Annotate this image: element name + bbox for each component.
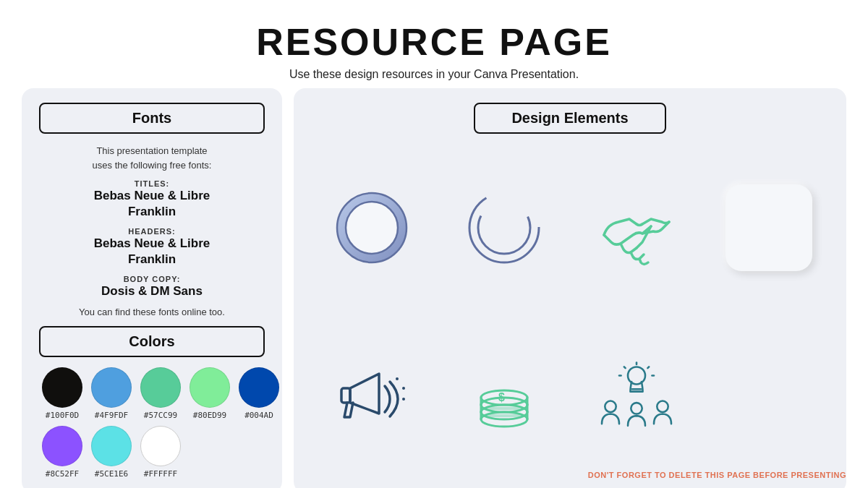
icon-cell-coins: $ [443,320,564,479]
svg-point-34 [631,403,642,414]
color-hex-mint: #80ED99 [193,411,226,420]
svg-point-4 [469,193,539,262]
icon-cell-circle-outline [443,148,564,308]
icon-cell-handshake [576,148,697,308]
page-title: RESOURCE PAGE [256,20,612,64]
fonts-description: This presentation templateuses the follo… [93,144,212,172]
svg-line-30 [624,367,625,369]
font-name-headers: Bebas Neue & LibreFranklin [94,236,210,267]
color-hex-blue: #4F9FDF [95,411,128,420]
page-header: RESOURCE PAGE Use these design resources… [256,0,612,88]
color-item-cyan: #5CE1E6 [91,426,132,479]
color-item-mint: #80ED99 [190,367,230,420]
font-name-body: Dosis & DM Sans [101,283,203,299]
svg-point-25 [628,367,645,385]
icon-cell-rounded-square [708,148,829,308]
svg-point-9 [402,398,405,401]
color-item-teal: #57CC99 [140,367,181,420]
color-hex-teal: #57CC99 [144,411,177,420]
color-swatch-purple [42,426,82,466]
icon-cell-megaphone [311,320,432,479]
coins-icon: $ [461,356,548,442]
color-swatch-blue [91,367,132,408]
color-row-1: #100F0D #4F9FDF #57CC99 #80ED99 #004AD [39,367,265,420]
megaphone-icon [328,356,415,442]
font-group-body: BODY COPY: Dosis & DM Sans [101,275,203,299]
footer-note: DON'T FORGET TO DELETE THIS PAGE BEFORE … [588,471,846,479]
color-swatch-black [42,367,82,408]
font-label-titles: TITLES: [94,179,210,188]
color-hex-navy: #004AD [244,411,273,420]
svg-point-5 [478,202,530,254]
color-item-navy: #004AD [239,367,279,420]
color-swatch-white [140,426,181,466]
color-item-black: #100F0D [42,367,82,420]
color-swatches: #100F0D #4F9FDF #57CC99 #80ED99 #004AD [39,367,265,479]
color-item-white: #FFFFFF [140,426,181,479]
font-group-titles: TITLES: Bebas Neue & LibreFranklin [94,179,210,220]
colors-label: Colors [39,326,265,357]
color-hex-white: #FFFFFF [144,469,177,479]
icon-cell-circle-blue [311,148,432,308]
color-swatch-navy [239,367,279,408]
icons-grid: $ [311,148,829,479]
color-row-2: #8C52FF #5CE1E6 #FFFFFF [39,426,265,479]
font-label-headers: HEADERS: [94,227,210,236]
fonts-label: Fonts [39,103,265,134]
font-label-body: BODY COPY: [101,275,203,283]
color-swatch-mint [190,367,230,408]
svg-point-35 [657,401,668,412]
team-lightbulb-icon [593,356,680,442]
color-item-purple: #8C52FF [42,426,82,479]
svg-text:$: $ [498,391,505,403]
circle-ring-outline-icon [461,184,548,271]
color-hex-cyan: #5CE1E6 [95,469,128,479]
font-group-headers: HEADERS: Bebas Neue & LibreFranklin [94,227,210,267]
svg-point-7 [396,377,399,380]
svg-point-33 [605,401,616,412]
color-hex-purple: #8C52FF [46,469,79,479]
handshake-icon [593,184,680,271]
icon-cell-team-lightbulb [576,320,697,479]
svg-point-8 [402,387,405,390]
font-note: You can find these fonts online too. [79,307,225,317]
color-hex-black: #100F0D [46,411,79,420]
svg-line-29 [647,367,649,369]
rounded-square-shape [726,184,812,271]
color-item-blue: #4F9FDF [91,367,132,420]
circle-ring-blue-icon [328,184,415,271]
left-panel: Fonts This presentation templateuses the… [22,88,282,488]
color-swatch-cyan [91,426,132,466]
right-panel: Design Elements [294,88,846,488]
color-swatch-teal [140,367,181,408]
design-elements-label: Design Elements [474,103,665,134]
svg-rect-6 [341,388,350,403]
main-content: Fonts This presentation templateuses the… [0,88,868,488]
font-name-titles: Bebas Neue & LibreFranklin [94,188,210,220]
page-subtitle: Use these design resources in your Canva… [256,68,612,81]
